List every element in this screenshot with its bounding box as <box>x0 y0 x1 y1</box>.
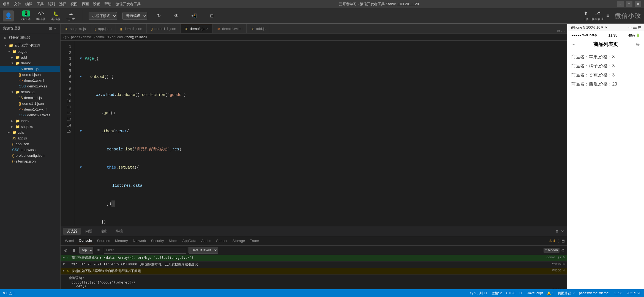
sidebar-item-projectconfig[interactable]: {} project.config.json <box>0 153 60 158</box>
sidebar-item-utils[interactable]: ▶ 📁 utils <box>0 130 60 135</box>
tab-demo1-js[interactable]: JS demo1.js ✕ <box>181 24 213 33</box>
phone-menu-icon[interactable]: ··· <box>571 42 575 47</box>
sidebar-item-index[interactable]: ▶ 📁 index <box>0 118 60 124</box>
console-tab-memory[interactable]: Memory <box>113 238 130 244</box>
phone-expand-icon[interactable]: ⬒ <box>638 25 641 29</box>
sidebar-item-demo1-wxss[interactable]: CSS demo1.wxss <box>0 83 60 89</box>
cloud-btn[interactable]: ☁ 云开发 <box>64 9 77 22</box>
maximize-panel-icon[interactable]: ⬆ <box>555 229 559 233</box>
minimize-button[interactable]: － <box>617 1 624 7</box>
console-source[interactable]: VM600:4 <box>552 269 565 272</box>
menu-item-view[interactable]: 视图 <box>70 2 78 7</box>
tab-output[interactable]: 输出 <box>97 228 111 235</box>
phone-model-select[interactable]: iPhone 5 100% 16▼ <box>570 25 608 30</box>
more-tabs-icon[interactable]: ⋯ <box>561 29 565 33</box>
tab-debugger[interactable]: 调试器 <box>63 228 81 235</box>
line-ending-indicator[interactable]: LF <box>519 291 523 295</box>
sidebar-project-root[interactable]: ▼ 📁 云开发学习0119 <box>0 42 60 49</box>
cache-btn[interactable]: ⊞ <box>206 12 218 20</box>
language-indicator[interactable]: JavaScript <box>527 291 543 295</box>
eye-filter-icon[interactable]: 👁 <box>95 247 102 253</box>
tab-terminal[interactable]: 终端 <box>112 228 126 235</box>
sidebar-item-shujuku[interactable]: ▶ 📁 shujuku <box>0 124 60 130</box>
console-tab-audits[interactable]: Audits <box>199 238 213 244</box>
editor-btn[interactable]: </> 编辑器 <box>34 9 48 22</box>
console-tab-console[interactable]: Console <box>77 237 94 244</box>
sidebar-item-appwxss[interactable]: CSS app.wxss <box>0 147 60 153</box>
sidebar-item-demo1-json[interactable]: {} demo1.json <box>0 72 60 78</box>
menu-item-project[interactable]: 项目 <box>3 2 10 7</box>
settings-gear-icon[interactable]: ⚙ <box>561 248 565 252</box>
collapse-icon[interactable]: ⋯ <box>54 26 58 31</box>
console-source[interactable]: demo1.js:6 <box>547 255 565 259</box>
console-settings-icon[interactable]: ⋮ <box>556 239 560 243</box>
phone-portrait-icon[interactable]: ▭ <box>628 25 632 29</box>
mode-select[interactable]: 小程序模式 <box>89 12 117 20</box>
maximize-button[interactable]: □ <box>626 1 632 7</box>
close-panel-icon[interactable]: ✕ <box>561 229 564 233</box>
fold-arrow-icon[interactable]: ▼ <box>80 56 85 62</box>
breadcrumb-nav-icon[interactable]: ◁ <box>63 35 66 39</box>
console-tab-mock[interactable]: Mock <box>167 238 180 244</box>
tab-app-json[interactable]: {} app.json <box>90 24 116 33</box>
menu-item-goto[interactable]: 转到 <box>48 2 55 7</box>
console-tab-sensor[interactable]: Sensor <box>214 238 230 244</box>
fold-arrow-icon[interactable]: ▼ <box>80 164 85 170</box>
sidebar-item-demo1-js[interactable]: JS demo1.js <box>0 66 60 72</box>
console-tab-wxml[interactable]: Wxml <box>63 238 76 244</box>
version-btn[interactable]: ⎇ 版本管理 <box>591 10 604 21</box>
tab-demo1-wxml[interactable]: <> demo1.wxml <box>213 24 247 33</box>
console-tab-trace[interactable]: Trace <box>248 238 261 244</box>
log-level-select[interactable]: Default levels <box>189 247 218 254</box>
sidebar-item-demo1-1-json[interactable]: {} demo1-1.json <box>0 101 60 106</box>
tab-problems[interactable]: 问题 <box>82 228 96 235</box>
fold-arrow-icon[interactable]: ▼ <box>80 74 85 80</box>
console-tab-appdata[interactable]: AppData <box>180 238 199 244</box>
upload-btn[interactable]: ⬆ 上传 <box>583 10 589 21</box>
console-expand-icon[interactable]: ⬒ <box>561 239 565 243</box>
menu-item-devtools[interactable]: 微信开发者工具 <box>116 2 141 7</box>
clear-console-icon[interactable]: ⊘ <box>63 247 69 253</box>
new-file-icon[interactable]: ⊞ <box>49 26 52 31</box>
error-count[interactable]: ⊗ 0 △ 0 <box>3 291 14 295</box>
split-editor-icon[interactable]: ⧉ <box>557 29 560 33</box>
console-tab-security[interactable]: Security <box>149 238 166 244</box>
menu-item-edit[interactable]: 编辑 <box>25 2 32 7</box>
debugger-btn[interactable]: 🐛 调试器 <box>49 9 62 22</box>
notification-icon[interactable]: 🔔 1 <box>547 291 554 295</box>
sidebar-item-pages[interactable]: ▼ 📁 pages <box>0 49 60 54</box>
pause-icon[interactable]: ⏸ <box>71 247 77 253</box>
sidebar-item-add[interactable]: ▶ 📁 add <box>0 54 60 60</box>
sidebar-item-appjs[interactable]: JS app.js <box>0 135 60 141</box>
console-source[interactable]: VM600:3 <box>552 262 565 266</box>
menu-item-file[interactable]: 文件 <box>14 2 21 7</box>
sidebar-item-appjson[interactable]: {} app.json <box>0 141 60 147</box>
compile-select[interactable]: 普通编译 <box>122 12 147 20</box>
sidebar-item-demo1-1-wxss[interactable]: CSS demo1-1.wxss <box>0 112 60 118</box>
filter-input[interactable] <box>104 247 186 254</box>
menu-item-select[interactable]: 选择 <box>59 2 66 7</box>
console-tab-sources[interactable]: Sources <box>95 238 112 244</box>
menu-item-settings[interactable]: 设置 <box>93 2 100 7</box>
tab-shujuku-js[interactable]: JS shujuku.js <box>61 24 90 33</box>
open-editors-item[interactable]: ▶ 打开的编辑器 <box>0 34 60 41</box>
context-select[interactable]: top <box>79 247 93 254</box>
menu-item-tools[interactable]: 工具 <box>37 2 44 7</box>
more-btn[interactable]: ≡ <box>606 13 609 19</box>
code-content[interactable]: ▼ Page({ ▼ onLoad() { wx.cloud.database(… <box>74 41 567 226</box>
spaces-indicator[interactable]: 空格: 2 <box>492 291 502 296</box>
simulator-btn[interactable]: 📱 模拟器 <box>19 9 33 22</box>
phone-search-icon[interactable]: ⊕ <box>636 41 640 47</box>
close-button[interactable]: ✕ <box>635 1 641 7</box>
preview-btn[interactable]: 👁 <box>170 12 182 20</box>
refresh-btn[interactable]: ↻ <box>153 12 165 20</box>
console-tab-storage[interactable]: Storage <box>230 238 247 244</box>
tab-add-js[interactable]: JS add.js <box>247 24 270 33</box>
code-editor[interactable]: 1 2 3 4 5 6 7 8 9 10 11 12 13 14 15 ▼ Pa… <box>61 41 567 226</box>
phone-landscape-icon[interactable]: ▬ <box>633 25 637 29</box>
menu-item-help[interactable]: 帮助 <box>104 2 111 7</box>
fold-arrow-icon[interactable]: ▼ <box>80 128 85 134</box>
row-arrow-icon[interactable]: ▶ <box>63 269 67 273</box>
breadcrumb-forward-icon[interactable]: ▷ <box>67 35 69 39</box>
row-arrow-icon[interactable]: ▶ <box>63 255 67 259</box>
